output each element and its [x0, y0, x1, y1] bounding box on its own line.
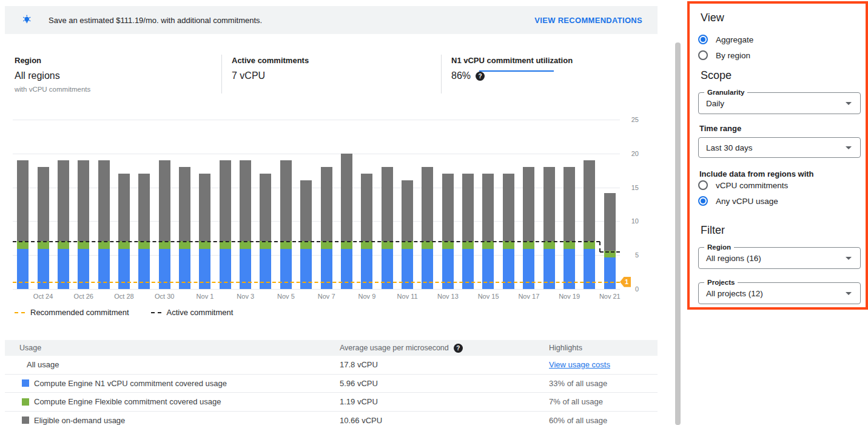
- usage-bar[interactable]: [159, 160, 170, 289]
- usage-row-label: Compute Engine Flexible commitment cover…: [34, 397, 221, 406]
- usage-bar-segment: [260, 174, 271, 240]
- view-recommendations-link[interactable]: VIEW RECOMMENDATIONS: [534, 16, 642, 25]
- lightbulb-icon: [22, 15, 33, 25]
- x-tick-label: Nov 9: [349, 293, 385, 300]
- vertical-scrollbar[interactable]: [675, 42, 681, 425]
- usage-bar-segment: [523, 249, 534, 290]
- radio-by-region[interactable]: By region: [698, 50, 750, 60]
- table-header: Usage Average usage per microsecond ? Hi…: [5, 340, 658, 356]
- radio-icon: [698, 180, 708, 190]
- usage-bar[interactable]: [503, 174, 514, 289]
- usage-bar-segment: [138, 241, 150, 249]
- granularity-value: Daily: [706, 99, 724, 108]
- projects-filter-select[interactable]: Projects All projects (12): [698, 282, 861, 304]
- usage-bar[interactable]: [58, 160, 69, 289]
- y-tick-label: 5: [627, 251, 639, 259]
- col-average: Average usage per microsecond: [340, 344, 449, 352]
- usage-bar[interactable]: [361, 174, 372, 289]
- usage-bar[interactable]: [17, 160, 29, 289]
- usage-bar[interactable]: [402, 180, 413, 289]
- usage-bar[interactable]: [321, 167, 332, 289]
- usage-bar[interactable]: [442, 174, 454, 289]
- usage-bar-segment: [402, 249, 413, 290]
- usage-bar-segment: [321, 167, 332, 241]
- x-tick-label: Nov 5: [267, 293, 304, 300]
- usage-bar-segment: [118, 249, 130, 290]
- usage-bar[interactable]: [199, 174, 210, 289]
- x-tick-label: Oct 24: [25, 293, 61, 300]
- filter-heading: Filter: [701, 224, 725, 237]
- usage-bar[interactable]: [564, 167, 575, 289]
- scope-heading: Scope: [701, 69, 732, 82]
- usage-bar[interactable]: [604, 193, 616, 289]
- chart-legend: Recommended commitment Active commitment: [15, 308, 233, 317]
- usage-bar[interactable]: [179, 167, 190, 289]
- usage-bar-segment: [543, 167, 555, 241]
- usage-bar[interactable]: [118, 174, 130, 289]
- usage-bar[interactable]: [138, 174, 150, 289]
- usage-bar-segment: [38, 241, 49, 249]
- radio-vcpu-commitments[interactable]: vCPU commitments: [698, 180, 788, 190]
- usage-bar[interactable]: [584, 160, 595, 289]
- usage-bar-segment: [38, 249, 49, 290]
- usage-bar[interactable]: [240, 160, 251, 289]
- usage-bar-segment: [300, 241, 312, 249]
- usage-bar-segment: [341, 241, 352, 249]
- x-tick-label: Nov 11: [389, 293, 426, 300]
- usage-bar[interactable]: [482, 174, 494, 289]
- highlight-value: 60% of all usage: [549, 416, 607, 425]
- usage-table: Usage Average usage per microsecond ? Hi…: [5, 340, 658, 425]
- radio-icon: [698, 35, 708, 44]
- usage-bar-segment: [78, 160, 89, 241]
- usage-bar-segment: [240, 160, 251, 241]
- usage-bar-segment: [240, 241, 251, 249]
- usage-bar[interactable]: [523, 167, 534, 289]
- usage-bar[interactable]: [280, 160, 292, 289]
- usage-bar-segment: [321, 241, 332, 249]
- usage-bar[interactable]: [98, 160, 110, 289]
- usage-bar-segment: [442, 241, 454, 249]
- stat-active-value: 7 vCPU: [232, 70, 309, 81]
- table-row: Eligible on-demand usage10.66 vCPU60% of…: [5, 412, 658, 425]
- usage-bar-segment: [199, 241, 210, 249]
- usage-bar[interactable]: [38, 167, 49, 289]
- granularity-label: Granularity: [704, 89, 747, 96]
- usage-bar-segment: [220, 160, 231, 241]
- usage-bar[interactable]: [78, 160, 89, 289]
- radio-label: By region: [716, 51, 750, 60]
- usage-row-label: Compute Engine N1 vCPU commitment covere…: [34, 379, 227, 388]
- usage-bar[interactable]: [341, 154, 352, 289]
- usage-bar-segment: [300, 249, 312, 290]
- utilization-indicator-line: [479, 70, 554, 72]
- radio-aggregate[interactable]: Aggregate: [698, 35, 753, 44]
- usage-bar-segment: [98, 160, 110, 241]
- usage-bar-segment: [220, 249, 231, 290]
- usage-bar-segment: [564, 241, 575, 249]
- usage-bar-segment: [199, 174, 210, 240]
- usage-bar[interactable]: [260, 174, 271, 289]
- usage-bar-segment: [482, 174, 494, 240]
- time-range-select[interactable]: Last 30 days: [698, 137, 861, 158]
- x-tick-label: Nov 7: [308, 293, 345, 300]
- region-filter-select[interactable]: Region All regions (16): [698, 247, 861, 269]
- usage-bar[interactable]: [543, 167, 555, 289]
- granularity-select[interactable]: Granularity Daily: [698, 92, 861, 114]
- stat-active-commitments: Active commitments 7 vCPU: [232, 56, 309, 81]
- view-usage-costs-link[interactable]: View usage costs: [549, 360, 610, 369]
- gridline: [13, 289, 620, 290]
- usage-bar[interactable]: [300, 180, 312, 289]
- radio-any-vcpu-usage[interactable]: Any vCPU usage: [698, 196, 778, 206]
- help-icon[interactable]: ?: [454, 344, 463, 353]
- usage-bar-segment: [584, 160, 595, 241]
- usage-bar-segment: [604, 251, 616, 257]
- average-usage-value: 10.66 vCPU: [340, 416, 549, 425]
- usage-bar[interactable]: [422, 167, 433, 289]
- usage-bar[interactable]: [462, 174, 474, 289]
- usage-bar[interactable]: [220, 160, 231, 289]
- usage-bar[interactable]: [382, 167, 393, 289]
- usage-bar-segment: [482, 249, 494, 290]
- usage-bar-segment: [17, 160, 29, 241]
- table-row: All usage17.8 vCPUView usage costs: [5, 356, 658, 375]
- help-icon[interactable]: ?: [476, 72, 485, 81]
- average-usage-value: 5.96 vCPU: [340, 379, 549, 388]
